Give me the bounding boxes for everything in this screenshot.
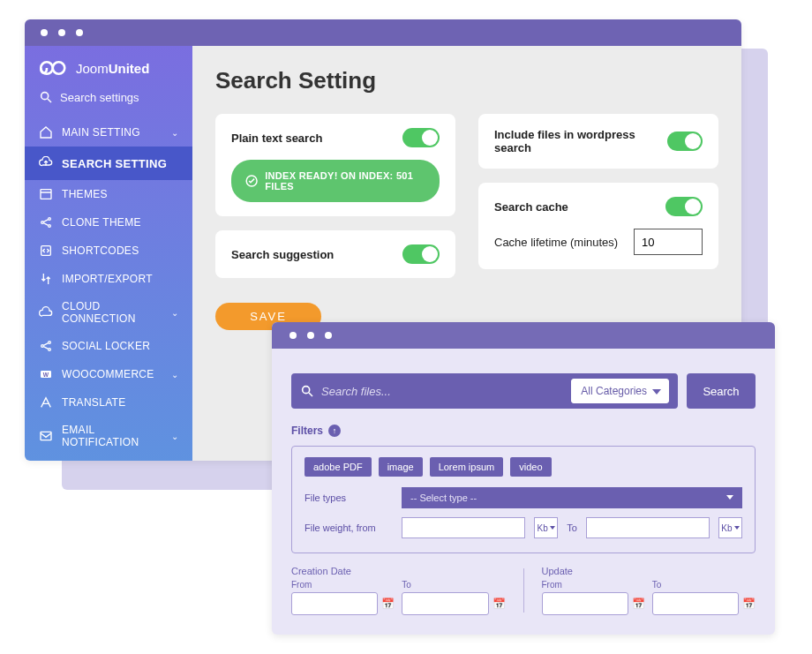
chevron-down-icon: ⌄ [171,432,178,441]
update-to-input[interactable] [652,592,739,615]
card-search-suggestion: Search suggestion [215,230,455,278]
window-dot [307,332,314,339]
page-title: Search Setting [215,67,718,94]
svg-line-10 [43,223,48,226]
window-dot [41,29,48,36]
calendar-icon[interactable]: 📅 [492,598,506,610]
sidebar-item-main-setting[interactable]: MAIN SETTING ⌄ [25,118,192,147]
sidebar-item-shortcodes[interactable]: SHORTCODES [25,237,192,265]
weight-from-input[interactable] [402,517,525,538]
svg-point-22 [303,387,310,394]
share-icon [39,215,53,229]
share-icon [39,339,53,353]
cloud-upload-icon [39,156,53,170]
svg-point-14 [49,349,51,351]
window-titlebar [25,19,741,46]
home-icon [39,125,53,139]
update-from-input[interactable] [542,592,628,615]
card-plain-text-search: Plain text search INDEX READY! ON INDEX:… [215,114,455,216]
svg-text:W: W [43,372,49,378]
svg-line-3 [48,99,51,102]
cloud-icon [39,305,53,319]
calendar-icon[interactable]: 📅 [742,598,756,610]
brand-logo-icon [39,58,71,78]
search-files-window: All Categories Search Filters ↑ adobe PD… [272,322,775,635]
brand: JoomUnited [25,46,192,86]
to-label: To [652,580,756,590]
update-date-group: Update From 📅 To 📅 [542,566,756,615]
svg-point-8 [49,225,51,228]
svg-line-16 [43,347,48,350]
sidebar-item-email-notification[interactable]: EMAIL NOTIFICATION ⌄ [25,417,192,455]
weight-to-input[interactable] [586,517,710,538]
creation-date-title: Creation Date [291,566,506,576]
svg-point-7 [49,218,51,221]
sidebar-item-themes[interactable]: THEMES [25,180,192,208]
search-files-bar: All Categories [291,373,678,409]
include-wp-label: Include files in wordpress search [494,128,667,154]
sidebar-item-clone-theme[interactable]: CLONE THEME [25,208,192,237]
include-wp-toggle[interactable] [667,132,703,151]
weight-to-unit[interactable]: Kb [718,517,742,538]
sidebar-item-translate[interactable]: TRANSLATE [25,388,192,417]
suggestion-toggle[interactable] [402,244,440,264]
window-dot [289,332,297,339]
tag-video[interactable]: video [510,457,551,477]
tag-lorem-ipsum[interactable]: Lorem ipsum [430,457,504,477]
translate-icon [39,395,53,410]
window-dot [58,29,65,36]
window-dot [325,332,332,339]
search-icon [39,90,53,104]
import-export-icon [39,272,53,286]
plain-text-toggle[interactable] [402,128,440,147]
sidebar-search[interactable]: Search settings [25,86,192,113]
search-icon [300,384,314,398]
creation-date-group: Creation Date From 📅 To 📅 [291,566,506,615]
category-select[interactable]: All Categories [571,379,669,403]
svg-rect-4 [41,190,51,199]
arrow-up-icon: ↑ [328,425,341,437]
sidebar: JoomUnited Search settings MAIN SETTING … [25,46,192,461]
search-button[interactable]: Search [687,373,756,409]
sidebar-item-social-locker[interactable]: SOCIAL LOCKER [25,332,192,360]
cache-lifetime-label: Cache lifetime (minutes) [494,236,618,249]
plain-text-label: Plain text search [231,132,322,145]
code-icon [39,244,53,258]
brand-name: JoomUnited [76,61,149,76]
cache-label: Search cache [494,200,568,214]
sidebar-item-woocommerce[interactable]: W WOOCOMMERCE ⌄ [25,360,192,388]
from-label: From [542,580,645,590]
card-search-cache: Search cache Cache lifetime (minutes) [478,183,718,269]
calendar-icon[interactable]: 📅 [381,598,395,610]
weight-from-unit[interactable]: Kb [534,517,558,538]
sidebar-item-file-access[interactable]: FILE ACCESS ⌃ [25,455,192,461]
mail-icon [39,429,53,443]
sidebar-item-search-setting[interactable]: SEARCH SETTING [25,147,192,180]
sidebar-item-cloud-connection[interactable]: CLOUD CONNECTION ⌄ [25,293,192,332]
sidebar-item-import-export[interactable]: IMPORT/EXPORT [25,265,192,293]
svg-point-12 [41,345,44,348]
card-include-wp: Include files in wordpress search [478,114,718,169]
file-types-label: File types [304,492,393,503]
filter-tags: adobe PDF image Lorem ipsum video [304,457,742,477]
from-label: From [291,580,395,590]
search-window-titlebar [272,322,775,349]
cache-lifetime-input[interactable] [634,229,703,255]
calendar-icon[interactable]: 📅 [632,598,645,610]
svg-line-9 [43,220,48,222]
file-type-select[interactable]: -- Select type -- [402,487,742,508]
svg-line-15 [43,343,48,346]
check-icon [245,174,258,188]
cache-toggle[interactable] [665,197,703,216]
dates-row: Creation Date From 📅 To 📅 [291,566,756,615]
layout-icon [39,187,53,201]
index-ready-pill: INDEX READY! ON INDEX: 501 FILES [231,160,440,202]
tag-adobe-pdf[interactable]: adobe PDF [304,457,372,477]
svg-point-1 [53,62,65,74]
filters-header[interactable]: Filters ↑ [291,425,756,437]
svg-point-13 [49,342,51,344]
creation-from-input[interactable] [291,592,378,615]
creation-to-input[interactable] [402,592,488,615]
search-files-input[interactable] [321,385,564,398]
tag-image[interactable]: image [379,457,423,477]
